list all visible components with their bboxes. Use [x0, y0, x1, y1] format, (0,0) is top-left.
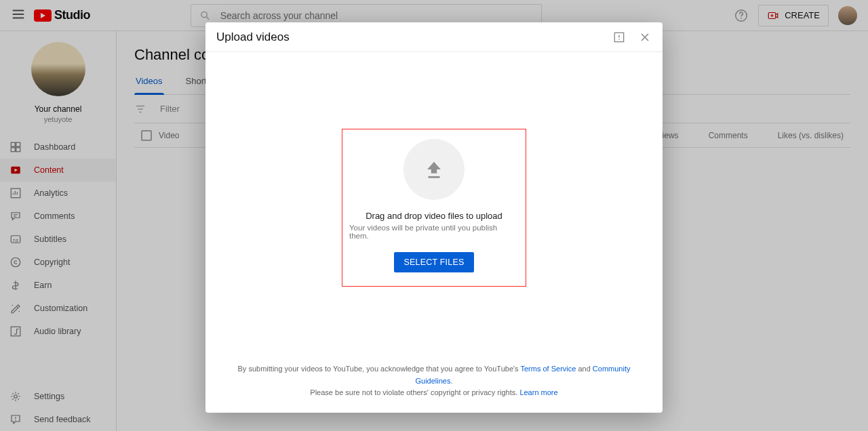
dropzone-highlight: Drag and drop video files to upload Your…: [342, 129, 526, 287]
dialog-footer: By submitting your videos to YouTube, yo…: [205, 363, 663, 413]
footer-text: .: [450, 377, 452, 385]
svg-rect-19: [429, 176, 440, 178]
svg-point-18: [618, 39, 620, 40]
dialog-body: Drag and drop video files to upload Your…: [205, 52, 663, 363]
dropzone-title: Drag and drop video files to upload: [366, 211, 502, 221]
report-icon[interactable]: [612, 30, 626, 44]
footer-text: By submitting your videos to YouTube, yo…: [238, 365, 521, 373]
learn-more-link[interactable]: Learn more: [519, 388, 557, 396]
modal-scrim[interactable]: Upload videos Drag and drop video files …: [0, 0, 868, 431]
dialog-title: Upload videos: [216, 30, 290, 44]
footer-text: Please be sure not to violate others' co…: [310, 388, 519, 396]
footer-text: and: [576, 365, 592, 373]
select-files-button[interactable]: SELECT FILES: [394, 252, 473, 272]
dropzone-subtitle: Your videos will be private until you pu…: [349, 224, 519, 240]
close-icon[interactable]: [638, 30, 652, 44]
terms-link[interactable]: Terms of Service: [520, 365, 576, 373]
upload-icon[interactable]: [403, 139, 465, 200]
dialog-header: Upload videos: [205, 22, 663, 52]
upload-dialog: Upload videos Drag and drop video files …: [205, 22, 663, 413]
